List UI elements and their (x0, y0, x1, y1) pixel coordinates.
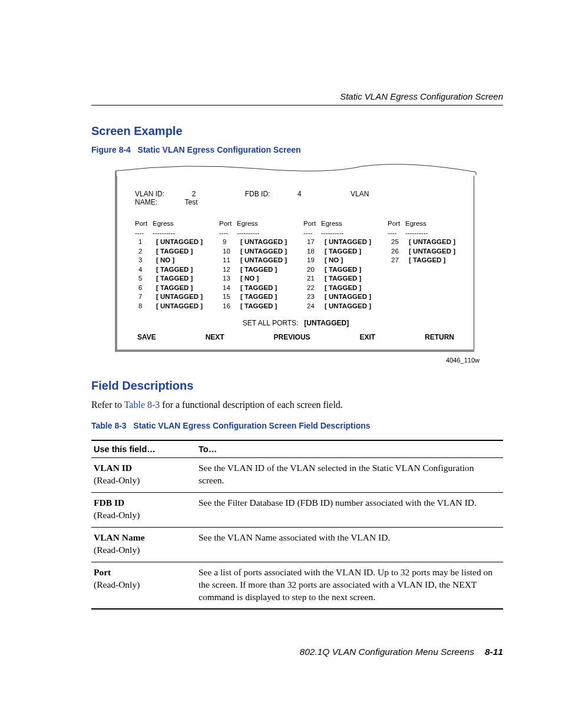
field-name: VLAN ID (94, 463, 132, 473)
port-row: 17[ UNTAGGED ] (303, 238, 371, 247)
egress-value[interactable]: [ TAGGED ] (156, 247, 193, 256)
egress-value[interactable]: [ TAGGED ] (240, 284, 277, 293)
table-row: VLAN ID(Read-Only)See the VLAN ID of the… (91, 458, 503, 493)
next-button[interactable]: NEXT (206, 333, 224, 341)
egress-value[interactable]: [ TAGGED ] (325, 284, 361, 293)
table-row: VLAN Name(Read-Only)See the VLAN Name as… (91, 527, 503, 562)
egress-value[interactable]: [ UNTAGGED ] (325, 302, 371, 311)
port-row: 19[ NO ] (303, 256, 371, 265)
port-number: 27 (388, 256, 409, 265)
button-row: SAVE NEXT PREVIOUS EXIT RETURN (135, 333, 457, 341)
port-number: 12 (219, 265, 240, 275)
field-description-table: Use this field… To… VLAN ID(Read-Only)Se… (91, 440, 503, 610)
port-row: 25[ UNTAGGED ] (388, 238, 455, 247)
egress-value[interactable]: [ UNTAGGED ] (240, 247, 287, 256)
egress-value[interactable]: [ UNTAGGED ] (156, 302, 203, 311)
col-dash: ---- (388, 229, 405, 238)
port-row: 1[ UNTAGGED ] (135, 238, 203, 247)
port-number: 11 (219, 256, 240, 265)
egress-value[interactable]: [ UNTAGGED ] (325, 292, 371, 302)
egress-value[interactable]: [ UNTAGGED ] (240, 256, 287, 265)
port-row: 22[ TAGGED ] (303, 284, 371, 293)
port-number: 17 (303, 238, 325, 247)
refer-prefix: Refer to (91, 400, 124, 410)
screen-header-line: VLAN ID: 2 FDB ID: 4 VLAN NAME: Test (135, 190, 457, 206)
egress-value[interactable]: [ TAGGED ] (240, 292, 277, 302)
egress-value[interactable]: [ TAGGED ] (325, 247, 361, 256)
port-number: 1 (135, 238, 156, 247)
egress-value[interactable]: [ UNTAGGED ] (156, 292, 203, 302)
egress-value[interactable]: [ UNTAGGED ] (325, 238, 371, 247)
port-number: 7 (135, 292, 156, 302)
vlan-id-label: VLAN ID: (135, 190, 164, 198)
col-header-egress: Egress (405, 219, 427, 229)
col-dash: ---- (135, 229, 153, 238)
egress-value[interactable]: [ TAGGED ] (325, 274, 361, 284)
port-row: 27[ TAGGED ] (388, 256, 455, 265)
egress-value[interactable]: [ NO ] (240, 274, 259, 284)
col-header-egress: Egress (153, 219, 174, 229)
port-row: 23[ UNTAGGED ] (303, 292, 371, 302)
egress-value[interactable]: [ UNTAGGED ] (409, 247, 455, 256)
field-description: See the VLAN Name associated with the VL… (196, 527, 503, 562)
torn-edge-icon (115, 164, 503, 176)
port-number: 21 (303, 274, 325, 284)
table-header-to: To… (196, 440, 503, 458)
refer-paragraph: Refer to Table 8-3 for a functional desc… (91, 400, 503, 410)
field-name: VLAN Name (94, 532, 145, 542)
screen-frame: VLAN ID: 2 FDB ID: 4 VLAN NAME: Test Por… (115, 176, 474, 352)
port-number: 6 (135, 284, 156, 293)
previous-button[interactable]: PREVIOUS (274, 333, 310, 341)
port-number: 10 (219, 247, 240, 256)
table-caption-num: Table 8-3 (91, 421, 127, 430)
egress-value[interactable]: [ TAGGED ] (240, 265, 277, 275)
exit-button[interactable]: EXIT (359, 333, 375, 341)
col-header-egress: Egress (237, 219, 258, 229)
egress-value[interactable]: [ UNTAGGED ] (156, 238, 203, 247)
table-row: Port(Read-Only)See a list of ports assoc… (91, 562, 503, 609)
port-row: 12[ TAGGED ] (219, 265, 287, 275)
save-button[interactable]: SAVE (137, 333, 156, 341)
port-columns: PortEgress--------------1[ UNTAGGED ]2[ … (135, 219, 457, 311)
return-button[interactable]: RETURN (425, 333, 454, 341)
port-row: 21[ TAGGED ] (303, 274, 371, 284)
table-8-3-link[interactable]: Table 8-3 (124, 400, 160, 410)
footer-page-number: 8-11 (485, 647, 503, 657)
egress-value[interactable]: [ TAGGED ] (240, 302, 277, 311)
figure-id: 4046_110w (91, 357, 480, 364)
set-all-value[interactable]: [UNTAGGED] (304, 319, 349, 327)
col-header-port: Port (135, 219, 153, 229)
egress-value[interactable]: [ TAGGED ] (409, 256, 445, 265)
port-row: 24[ UNTAGGED ] (303, 302, 371, 311)
egress-value[interactable]: [ NO ] (156, 256, 174, 265)
port-number: 13 (219, 274, 240, 284)
egress-value[interactable]: [ TAGGED ] (156, 274, 193, 284)
figure-caption-text: Static VLAN Egress Configuration Screen (138, 145, 301, 154)
section-field-descriptions: Field Descriptions (91, 379, 503, 393)
port-row: 6[ TAGGED ] (135, 284, 203, 293)
port-row: 9[ UNTAGGED ] (219, 238, 287, 247)
port-row: 15[ TAGGED ] (219, 292, 287, 302)
figure-caption-num: Figure 8-4 (91, 145, 131, 154)
egress-value[interactable]: [ TAGGED ] (156, 284, 193, 293)
port-row: 10[ UNTAGGED ] (219, 247, 287, 256)
field-name: Port (94, 567, 111, 577)
egress-value[interactable]: [ TAGGED ] (325, 265, 361, 275)
port-row: 16[ TAGGED ] (219, 302, 287, 311)
egress-value[interactable]: [ TAGGED ] (156, 265, 193, 275)
field-readonly: (Read-Only) (94, 509, 194, 522)
field-readonly: (Read-Only) (94, 544, 194, 556)
col-dash: ---------- (405, 229, 428, 238)
port-column: PortEgress--------------1[ UNTAGGED ]2[ … (135, 219, 203, 311)
egress-value[interactable]: [ UNTAGGED ] (240, 238, 287, 247)
port-column: PortEgress--------------25[ UNTAGGED ]26… (388, 219, 455, 311)
port-number: 23 (303, 292, 325, 302)
col-dash: ---------- (153, 229, 175, 238)
port-row: 20[ TAGGED ] (303, 265, 371, 275)
port-row: 13[ NO ] (219, 274, 287, 284)
egress-value[interactable]: [ NO ] (325, 256, 343, 265)
set-all-ports: SET ALL PORTS: [UNTAGGED] (135, 319, 457, 327)
port-number: 15 (219, 292, 240, 302)
egress-value[interactable]: [ UNTAGGED ] (409, 238, 455, 247)
table-caption-text: Static VLAN Egress Configuration Screen … (133, 421, 370, 430)
